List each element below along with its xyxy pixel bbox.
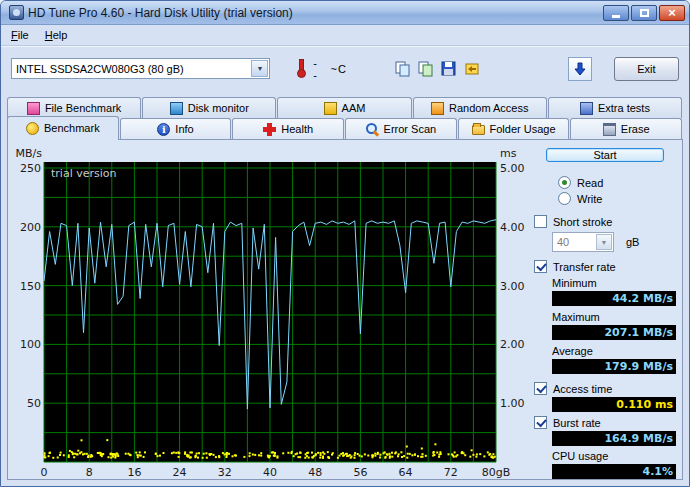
svg-text:100: 100 bbox=[20, 338, 41, 351]
short-stroke-option[interactable]: Short stroke bbox=[534, 215, 676, 228]
maximize-button[interactable] bbox=[631, 5, 657, 21]
tab-aam[interactable]: AAM bbox=[277, 97, 411, 118]
short-stroke-size-select[interactable]: 40 ▼ bbox=[552, 232, 614, 252]
start-button[interactable]: Start bbox=[546, 148, 664, 162]
app-icon bbox=[9, 5, 24, 20]
share-button[interactable] bbox=[462, 59, 482, 79]
tab-label: Random Access bbox=[449, 102, 528, 114]
info-icon bbox=[157, 123, 170, 136]
svg-text:150: 150 bbox=[20, 280, 41, 293]
svg-text:ms: ms bbox=[500, 147, 517, 160]
disk-monitor-icon bbox=[170, 102, 183, 115]
tab-label: AAM bbox=[342, 102, 366, 114]
start-button-label: Start bbox=[593, 149, 616, 161]
tab-label: Folder Usage bbox=[490, 123, 556, 135]
access-time-checkbox[interactable] bbox=[534, 382, 547, 395]
download-arrow-icon bbox=[573, 62, 587, 76]
read-option[interactable]: Read bbox=[558, 176, 676, 189]
close-button[interactable]: × bbox=[659, 5, 685, 21]
random-access-icon bbox=[431, 102, 444, 115]
tab-folder-usage[interactable]: Folder Usage bbox=[458, 118, 570, 139]
minimize-icon bbox=[612, 15, 620, 18]
folder-icon bbox=[472, 125, 485, 135]
chevron-down-icon[interactable]: ▼ bbox=[251, 60, 268, 77]
svg-text:24: 24 bbox=[173, 466, 187, 479]
tab-disk-monitor[interactable]: Disk monitor bbox=[142, 97, 276, 118]
tab-label: File Benchmark bbox=[45, 102, 121, 114]
svg-text:4.00: 4.00 bbox=[500, 221, 525, 234]
cpu-usage-value: 4.1% bbox=[552, 464, 676, 479]
tab-label: Health bbox=[281, 123, 313, 135]
benchmark-icon bbox=[26, 122, 39, 135]
svg-text:50: 50 bbox=[27, 397, 41, 410]
tab-label: Disk monitor bbox=[188, 102, 249, 114]
tab-random-access[interactable]: Random Access bbox=[413, 97, 547, 118]
magnifier-icon bbox=[366, 123, 379, 136]
transfer-rate-checkbox[interactable] bbox=[534, 260, 547, 273]
benchmark-controls: Start Read Write Short stroke 40 ▼ gB bbox=[532, 142, 680, 479]
extra-tests-icon bbox=[580, 102, 593, 115]
minimize-button[interactable] bbox=[603, 5, 629, 21]
burst-rate-checkbox[interactable] bbox=[534, 416, 547, 429]
window-title: HD Tune Pro 4.60 - Hard Disk Utility (tr… bbox=[28, 6, 293, 20]
write-radio[interactable] bbox=[558, 192, 571, 205]
access-time-option[interactable]: Access time bbox=[534, 382, 676, 395]
tab-strip: File Benchmark Disk monitor AAM Random A… bbox=[1, 90, 689, 139]
burst-rate-value: 164.9 MB/s bbox=[552, 431, 676, 446]
tab-label: Erase bbox=[621, 123, 650, 135]
tab-benchmark[interactable]: Benchmark bbox=[7, 116, 119, 139]
update-check-button[interactable] bbox=[568, 57, 592, 81]
tab-label: Error Scan bbox=[384, 123, 437, 135]
tab-extra-tests[interactable]: Extra tests bbox=[548, 97, 682, 118]
tab-health[interactable]: Health bbox=[232, 118, 344, 139]
short-stroke-size-value: 40 bbox=[553, 236, 595, 248]
app-window: HD Tune Pro 4.60 - Hard Disk Utility (tr… bbox=[0, 0, 690, 487]
save-screenshot-button[interactable] bbox=[439, 59, 459, 79]
benchmark-chart: trial version50100150200250MB/s1.002.003… bbox=[10, 142, 532, 480]
exit-button[interactable]: Exit bbox=[614, 57, 679, 81]
temperature-value: -- bbox=[313, 57, 322, 81]
svg-text:3.00: 3.00 bbox=[500, 280, 525, 293]
access-time-value: 0.110 ms bbox=[552, 397, 676, 412]
maximize-icon bbox=[640, 9, 649, 17]
short-stroke-unit-label: gB bbox=[626, 236, 639, 248]
drive-select[interactable]: INTEL SSDSA2CW080G3 (80 gB) ▼ bbox=[11, 58, 270, 79]
chart-area: trial version50100150200250MB/s1.002.003… bbox=[10, 142, 532, 479]
close-icon: × bbox=[668, 6, 676, 19]
menu-file[interactable]: File bbox=[3, 27, 37, 43]
menu-bar: File Help bbox=[1, 25, 689, 46]
burst-rate-option[interactable]: Burst rate bbox=[534, 416, 676, 429]
tab-info[interactable]: Info bbox=[120, 118, 232, 139]
tab-file-benchmark[interactable]: File Benchmark bbox=[7, 97, 141, 118]
transfer-rate-label: Transfer rate bbox=[553, 261, 616, 273]
short-stroke-checkbox[interactable] bbox=[534, 215, 547, 228]
speaker-icon bbox=[324, 102, 337, 115]
chevron-down-icon[interactable]: ▼ bbox=[596, 234, 612, 250]
write-label: Write bbox=[577, 193, 602, 205]
tab-error-scan[interactable]: Error Scan bbox=[345, 118, 457, 139]
transfer-rate-option[interactable]: Transfer rate bbox=[534, 260, 676, 273]
read-label: Read bbox=[577, 177, 603, 189]
svg-text:2.00: 2.00 bbox=[500, 338, 525, 351]
svg-text:80gB: 80gB bbox=[482, 466, 511, 479]
write-option[interactable]: Write bbox=[558, 192, 676, 205]
menu-help[interactable]: Help bbox=[37, 27, 76, 43]
copy-text-button[interactable] bbox=[393, 59, 413, 79]
temperature-unit: ~C bbox=[331, 63, 347, 75]
share-icon bbox=[464, 61, 480, 77]
svg-text:0: 0 bbox=[41, 466, 48, 479]
svg-text:56: 56 bbox=[353, 466, 367, 479]
access-time-label: Access time bbox=[553, 383, 612, 395]
svg-text:trial version: trial version bbox=[51, 167, 117, 180]
tab-erase[interactable]: Erase bbox=[570, 118, 682, 139]
benchmark-page: trial version50100150200250MB/s1.002.003… bbox=[7, 139, 683, 480]
save-icon bbox=[441, 61, 457, 77]
read-radio[interactable] bbox=[558, 176, 571, 189]
minimum-value: 44.2 MB/s bbox=[552, 291, 676, 306]
copy-text-icon bbox=[395, 61, 411, 77]
svg-text:8: 8 bbox=[86, 466, 93, 479]
svg-text:1.00: 1.00 bbox=[500, 397, 525, 410]
cpu-usage-label: CPU usage bbox=[552, 450, 676, 462]
copy-image-button[interactable] bbox=[416, 59, 436, 79]
svg-text:200: 200 bbox=[20, 221, 41, 234]
